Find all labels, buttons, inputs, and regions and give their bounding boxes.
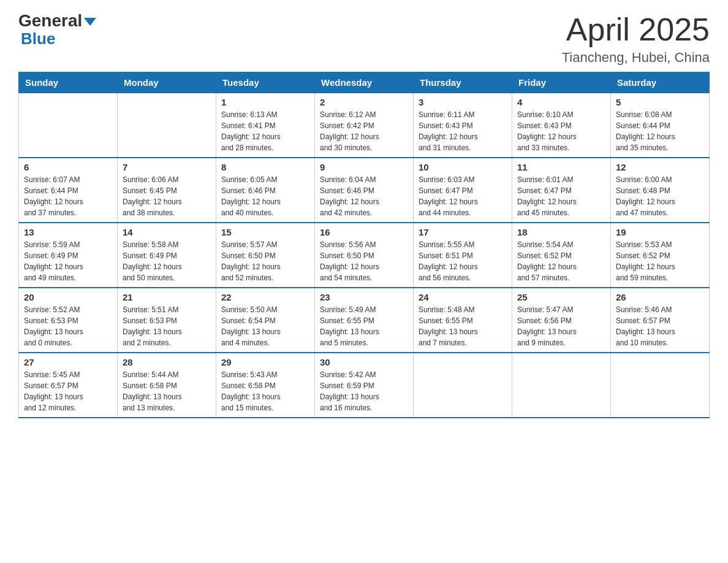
day-info: Sunrise: 5:51 AM Sunset: 6:53 PM Dayligh… (123, 304, 211, 348)
page-header: General Blue April 2025 Tiancheng, Hubei… (18, 12, 710, 66)
calendar-cell: 13Sunrise: 5:59 AM Sunset: 6:49 PM Dayli… (19, 223, 118, 288)
days-of-week-row: SundayMondayTuesdayWednesdayThursdayFrid… (19, 72, 710, 93)
day-info: Sunrise: 6:07 AM Sunset: 6:44 PM Dayligh… (24, 174, 112, 218)
calendar-cell: 6Sunrise: 6:07 AM Sunset: 6:44 PM Daylig… (19, 158, 118, 223)
calendar-week-4: 20Sunrise: 5:52 AM Sunset: 6:53 PM Dayli… (19, 288, 710, 353)
month-year-title: April 2025 (562, 12, 710, 47)
calendar-cell (19, 93, 118, 158)
day-number: 11 (517, 162, 605, 172)
calendar-week-1: 1Sunrise: 6:13 AM Sunset: 6:41 PM Daylig… (19, 93, 710, 158)
day-number: 7 (123, 162, 211, 172)
logo-text-blue: Blue (21, 29, 55, 48)
day-info: Sunrise: 6:10 AM Sunset: 6:43 PM Dayligh… (517, 109, 605, 153)
calendar-cell: 3Sunrise: 6:11 AM Sunset: 6:43 PM Daylig… (414, 93, 512, 158)
day-number: 1 (221, 97, 309, 107)
day-number: 19 (616, 227, 704, 237)
calendar-cell: 11Sunrise: 6:01 AM Sunset: 6:47 PM Dayli… (512, 158, 611, 223)
day-info: Sunrise: 5:48 AM Sunset: 6:55 PM Dayligh… (419, 304, 507, 348)
day-info: Sunrise: 5:49 AM Sunset: 6:55 PM Dayligh… (320, 304, 408, 348)
day-number: 20 (24, 292, 112, 302)
day-info: Sunrise: 5:55 AM Sunset: 6:51 PM Dayligh… (419, 239, 507, 283)
day-info: Sunrise: 6:00 AM Sunset: 6:48 PM Dayligh… (616, 174, 704, 218)
day-info: Sunrise: 5:44 AM Sunset: 6:58 PM Dayligh… (123, 369, 211, 413)
day-header-tuesday: Tuesday (216, 72, 315, 93)
calendar-cell: 2Sunrise: 6:12 AM Sunset: 6:42 PM Daylig… (315, 93, 414, 158)
day-info: Sunrise: 6:03 AM Sunset: 6:47 PM Dayligh… (419, 174, 507, 218)
calendar-cell: 28Sunrise: 5:44 AM Sunset: 6:58 PM Dayli… (118, 353, 216, 418)
calendar-week-5: 27Sunrise: 5:45 AM Sunset: 6:57 PM Dayli… (19, 353, 710, 418)
day-number: 17 (419, 227, 507, 237)
calendar-cell (118, 93, 216, 158)
calendar-cell: 20Sunrise: 5:52 AM Sunset: 6:53 PM Dayli… (19, 288, 118, 353)
calendar-cell: 26Sunrise: 5:46 AM Sunset: 6:57 PM Dayli… (611, 288, 710, 353)
calendar-cell: 23Sunrise: 5:49 AM Sunset: 6:55 PM Dayli… (315, 288, 414, 353)
day-number: 3 (419, 97, 507, 107)
day-header-monday: Monday (118, 72, 216, 93)
day-number: 24 (419, 292, 507, 302)
calendar-cell (414, 353, 512, 418)
calendar-cell: 27Sunrise: 5:45 AM Sunset: 6:57 PM Dayli… (19, 353, 118, 418)
day-info: Sunrise: 5:42 AM Sunset: 6:59 PM Dayligh… (320, 369, 408, 413)
day-number: 22 (221, 292, 309, 302)
day-header-sunday: Sunday (19, 72, 118, 93)
calendar-cell: 24Sunrise: 5:48 AM Sunset: 6:55 PM Dayli… (414, 288, 512, 353)
calendar-body: 1Sunrise: 6:13 AM Sunset: 6:41 PM Daylig… (19, 93, 710, 418)
day-info: Sunrise: 6:12 AM Sunset: 6:42 PM Dayligh… (320, 109, 408, 153)
day-info: Sunrise: 5:45 AM Sunset: 6:57 PM Dayligh… (24, 369, 112, 413)
day-info: Sunrise: 6:08 AM Sunset: 6:44 PM Dayligh… (616, 109, 704, 153)
calendar-cell: 14Sunrise: 5:58 AM Sunset: 6:49 PM Dayli… (118, 223, 216, 288)
calendar-cell: 19Sunrise: 5:53 AM Sunset: 6:52 PM Dayli… (611, 223, 710, 288)
day-info: Sunrise: 5:56 AM Sunset: 6:50 PM Dayligh… (320, 239, 408, 283)
day-number: 26 (616, 292, 704, 302)
calendar-cell: 9Sunrise: 6:04 AM Sunset: 6:46 PM Daylig… (315, 158, 414, 223)
day-info: Sunrise: 6:13 AM Sunset: 6:41 PM Dayligh… (221, 109, 309, 153)
day-number: 9 (320, 162, 408, 172)
calendar-cell: 21Sunrise: 5:51 AM Sunset: 6:53 PM Dayli… (118, 288, 216, 353)
day-info: Sunrise: 6:01 AM Sunset: 6:47 PM Dayligh… (517, 174, 605, 218)
calendar-cell: 7Sunrise: 6:06 AM Sunset: 6:45 PM Daylig… (118, 158, 216, 223)
day-number: 13 (24, 227, 112, 237)
day-info: Sunrise: 5:54 AM Sunset: 6:52 PM Dayligh… (517, 239, 605, 283)
calendar-cell: 15Sunrise: 5:57 AM Sunset: 6:50 PM Dayli… (216, 223, 315, 288)
day-info: Sunrise: 5:59 AM Sunset: 6:49 PM Dayligh… (24, 239, 112, 283)
calendar-cell: 18Sunrise: 5:54 AM Sunset: 6:52 PM Dayli… (512, 223, 611, 288)
day-number: 23 (320, 292, 408, 302)
title-block: April 2025 Tiancheng, Hubei, China (562, 12, 710, 66)
day-number: 27 (24, 357, 112, 367)
calendar-cell: 10Sunrise: 6:03 AM Sunset: 6:47 PM Dayli… (414, 158, 512, 223)
logo: General Blue (18, 12, 96, 48)
calendar-table: SundayMondayTuesdayWednesdayThursdayFrid… (18, 72, 710, 418)
calendar-cell: 29Sunrise: 5:43 AM Sunset: 6:58 PM Dayli… (216, 353, 315, 418)
day-header-saturday: Saturday (611, 72, 710, 93)
day-number: 6 (24, 162, 112, 172)
day-number: 10 (419, 162, 507, 172)
day-info: Sunrise: 5:52 AM Sunset: 6:53 PM Dayligh… (24, 304, 112, 348)
day-info: Sunrise: 5:57 AM Sunset: 6:50 PM Dayligh… (221, 239, 309, 283)
calendar-week-3: 13Sunrise: 5:59 AM Sunset: 6:49 PM Dayli… (19, 223, 710, 288)
calendar-cell: 25Sunrise: 5:47 AM Sunset: 6:56 PM Dayli… (512, 288, 611, 353)
day-number: 12 (616, 162, 704, 172)
day-number: 21 (123, 292, 211, 302)
calendar-cell: 5Sunrise: 6:08 AM Sunset: 6:44 PM Daylig… (611, 93, 710, 158)
day-number: 29 (221, 357, 309, 367)
day-number: 4 (517, 97, 605, 107)
day-info: Sunrise: 6:05 AM Sunset: 6:46 PM Dayligh… (221, 174, 309, 218)
calendar-week-2: 6Sunrise: 6:07 AM Sunset: 6:44 PM Daylig… (19, 158, 710, 223)
day-number: 14 (123, 227, 211, 237)
calendar-cell: 22Sunrise: 5:50 AM Sunset: 6:54 PM Dayli… (216, 288, 315, 353)
calendar-cell: 1Sunrise: 6:13 AM Sunset: 6:41 PM Daylig… (216, 93, 315, 158)
calendar-cell: 17Sunrise: 5:55 AM Sunset: 6:51 PM Dayli… (414, 223, 512, 288)
calendar-cell (512, 353, 611, 418)
calendar-cell (611, 353, 710, 418)
day-number: 25 (517, 292, 605, 302)
day-header-friday: Friday (512, 72, 611, 93)
calendar-cell: 16Sunrise: 5:56 AM Sunset: 6:50 PM Dayli… (315, 223, 414, 288)
day-info: Sunrise: 5:47 AM Sunset: 6:56 PM Dayligh… (517, 304, 605, 348)
day-number: 30 (320, 357, 408, 367)
day-number: 18 (517, 227, 605, 237)
day-number: 5 (616, 97, 704, 107)
day-header-wednesday: Wednesday (315, 72, 414, 93)
day-info: Sunrise: 5:58 AM Sunset: 6:49 PM Dayligh… (123, 239, 211, 283)
logo-arrow-icon (84, 18, 96, 26)
day-number: 16 (320, 227, 408, 237)
